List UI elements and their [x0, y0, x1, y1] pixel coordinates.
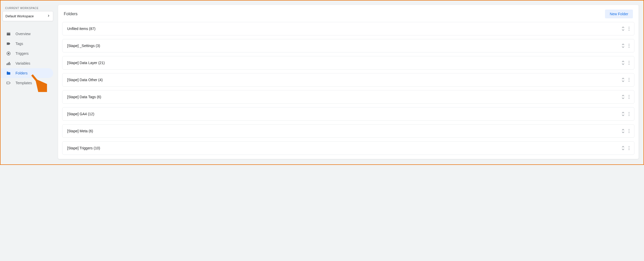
sidebar-item-label: Tags: [15, 42, 23, 46]
folder-row[interactable]: [Stape] Data Layer (21): [62, 56, 634, 70]
sidebar-item-label: Folders: [15, 71, 28, 75]
svg-point-27: [629, 130, 629, 131]
svg-rect-7: [10, 63, 11, 65]
folder-name: [Stape] Data Other (4): [67, 78, 103, 82]
svg-point-10: [629, 30, 629, 30]
row-actions: [621, 60, 630, 65]
svg-point-24: [629, 113, 629, 114]
svg-point-22: [629, 98, 629, 99]
sidebar-item-templates[interactable]: Templates: [1, 78, 53, 88]
more-options-icon[interactable]: [629, 61, 630, 65]
folder-name: Unfiled items (87): [67, 27, 96, 31]
folder-name: [Stape] Data Layer (21): [67, 61, 105, 65]
folders-panel: Folders New Folder Unfiled items (87)[St…: [58, 5, 639, 159]
folder-name: [Stape] _Settings (3): [67, 44, 100, 48]
folder-list: Unfiled items (87)[Stape] _Settings (3)[…: [62, 22, 634, 155]
sidebar-item-label: Templates: [15, 81, 32, 85]
expand-collapse-icon[interactable]: [621, 78, 625, 82]
sidebar-item-variables[interactable]: Variables: [1, 58, 53, 68]
folder-name: [Stape] Meta (6): [67, 129, 93, 133]
sidebar-item-overview[interactable]: Overview: [1, 29, 53, 39]
main-area: Folders New Folder Unfiled items (87)[St…: [55, 1, 643, 164]
workspace-name: Default Workspace: [5, 14, 34, 18]
folder-row[interactable]: Unfiled items (87): [62, 22, 634, 35]
svg-point-16: [629, 64, 629, 65]
svg-point-13: [629, 47, 629, 48]
folder-icon: [6, 71, 11, 75]
svg-rect-4: [7, 64, 7, 65]
more-options-icon[interactable]: [629, 78, 630, 82]
svg-point-31: [629, 149, 629, 150]
overview-icon: [6, 32, 11, 36]
svg-point-8: [629, 27, 629, 27]
svg-point-29: [629, 146, 629, 147]
svg-point-21: [629, 96, 629, 97]
row-actions: [621, 78, 630, 82]
svg-point-20: [629, 95, 629, 96]
folder-name: [Stape] Triggers (10): [67, 146, 100, 150]
chevron-right-icon: [47, 14, 50, 18]
svg-rect-5: [8, 63, 9, 65]
row-actions: [621, 26, 630, 31]
svg-point-9: [629, 28, 629, 29]
folder-row[interactable]: [Stape] Meta (6): [62, 124, 634, 138]
row-actions: [621, 129, 630, 133]
workspace-section-label: CURRENT WORKSPACE: [3, 5, 53, 11]
svg-point-25: [629, 115, 629, 116]
svg-point-15: [629, 62, 629, 63]
row-actions: [621, 112, 630, 116]
svg-point-14: [629, 61, 629, 62]
expand-collapse-icon[interactable]: [621, 95, 625, 99]
svg-point-12: [629, 45, 629, 46]
expand-collapse-icon[interactable]: [621, 60, 625, 65]
svg-rect-0: [7, 33, 10, 35]
more-options-icon[interactable]: [629, 95, 630, 99]
row-actions: [621, 43, 630, 48]
row-actions: [621, 95, 630, 99]
sidebar-item-label: Overview: [15, 32, 30, 36]
sidebar-item-tags[interactable]: Tags: [1, 39, 53, 49]
row-actions: [621, 146, 630, 150]
more-options-icon[interactable]: [629, 112, 630, 116]
folder-name: [Stape] Data Tags (6): [67, 95, 101, 99]
target-icon: [6, 51, 11, 56]
expand-collapse-icon[interactable]: [621, 43, 625, 48]
template-icon: [6, 81, 11, 85]
folder-row[interactable]: [Stape] Data Tags (6): [62, 90, 634, 104]
more-options-icon[interactable]: [629, 27, 630, 31]
sidebar-item-triggers[interactable]: Triggers: [1, 49, 53, 58]
more-options-icon[interactable]: [629, 44, 630, 48]
more-options-icon[interactable]: [629, 146, 630, 150]
sidebar-item-label: Variables: [15, 61, 30, 65]
svg-point-26: [629, 129, 629, 130]
svg-point-23: [629, 112, 629, 113]
sidebar-item-folders[interactable]: Folders: [1, 68, 53, 78]
svg-point-30: [629, 148, 629, 148]
folder-row[interactable]: [Stape] Triggers (10): [62, 141, 634, 155]
svg-rect-6: [9, 62, 10, 65]
nav-list: OverviewTagsTriggersVariablesFoldersTemp…: [3, 29, 53, 88]
folder-name: [Stape] GA4 (12): [67, 112, 94, 116]
svg-point-28: [629, 132, 629, 133]
svg-point-18: [629, 79, 629, 80]
new-folder-button[interactable]: New Folder: [605, 10, 633, 18]
folder-row[interactable]: [Stape] Data Other (4): [62, 73, 634, 87]
expand-collapse-icon[interactable]: [621, 112, 625, 116]
expand-collapse-icon[interactable]: [621, 129, 625, 133]
svg-point-11: [629, 44, 629, 44]
sidebar-item-label: Triggers: [15, 51, 29, 56]
svg-rect-1: [7, 32, 10, 33]
variables-icon: [6, 61, 11, 66]
workspace-selector[interactable]: Default Workspace: [3, 11, 53, 21]
svg-point-3: [8, 53, 9, 54]
svg-point-17: [629, 78, 629, 79]
folder-row[interactable]: [Stape] _Settings (3): [62, 39, 634, 52]
sidebar: CURRENT WORKSPACE Default Workspace Over…: [1, 1, 55, 164]
more-options-icon[interactable]: [629, 129, 630, 133]
tag-icon: [6, 41, 11, 46]
expand-collapse-icon[interactable]: [621, 26, 625, 31]
expand-collapse-icon[interactable]: [621, 146, 625, 150]
panel-header: Folders New Folder: [62, 7, 634, 22]
svg-point-19: [629, 81, 629, 82]
folder-row[interactable]: [Stape] GA4 (12): [62, 107, 634, 121]
